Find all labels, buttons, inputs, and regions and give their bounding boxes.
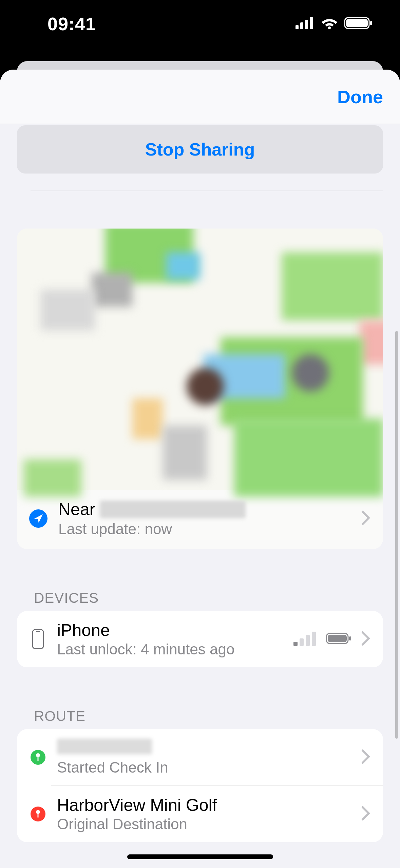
status-bar: 09:41: [0, 0, 400, 61]
sheet: Done Stop Sharing: [0, 70, 400, 868]
cellular-icon: [296, 17, 315, 31]
nav-bar: Done: [0, 70, 400, 124]
route-dest-title: HarborView Mini Golf: [57, 795, 350, 815]
route-start-sub: Started Check In: [57, 759, 350, 776]
scroll-indicator: [395, 331, 398, 739]
svg-rect-18: [38, 756, 39, 761]
content: Stop Sharing: [0, 125, 400, 868]
pin-start-icon: [31, 750, 45, 765]
stop-sharing-button[interactable]: Stop Sharing: [17, 125, 383, 174]
status-right: [296, 17, 373, 31]
location-arrow-icon: [29, 509, 47, 528]
route-start-title: [57, 739, 350, 758]
svg-rect-16: [349, 636, 351, 640]
device-sub: Last unlock: 4 minutes ago: [57, 641, 283, 658]
route-start-redacted: [57, 739, 152, 754]
iphone-icon: [29, 629, 47, 649]
route-header: ROUTE: [34, 708, 383, 724]
pin-destination-icon: [31, 807, 45, 821]
svg-rect-2: [305, 20, 308, 29]
svg-rect-12: [306, 635, 310, 646]
devices-header: DEVICES: [34, 590, 383, 606]
svg-rect-8: [33, 630, 43, 649]
home-indicator[interactable]: [127, 854, 273, 859]
chevron-right-icon: [361, 805, 371, 823]
battery-level-icon: [326, 632, 352, 646]
device-name: iPhone: [57, 620, 283, 640]
divider: [31, 191, 383, 191]
svg-point-4: [328, 26, 331, 29]
done-button[interactable]: Done: [337, 86, 383, 107]
svg-rect-9: [36, 631, 40, 632]
svg-rect-0: [296, 25, 299, 29]
devices-list: iPhone Last unlock: 4 minutes ago: [17, 611, 383, 667]
near-prefix: Near: [58, 500, 95, 519]
route-destination-row[interactable]: HarborView Mini Golf Original Destinatio…: [17, 786, 383, 842]
wifi-icon: [321, 17, 338, 31]
svg-rect-10: [293, 642, 298, 646]
route-list: Started Check In HarborView Mini Golf: [17, 729, 383, 842]
svg-rect-7: [370, 21, 372, 25]
map-card: Near Last update: now: [17, 229, 383, 549]
svg-rect-11: [300, 638, 304, 646]
map-preview[interactable]: [17, 229, 383, 490]
svg-rect-3: [310, 17, 313, 29]
svg-rect-6: [346, 19, 368, 27]
chevron-right-icon: [361, 748, 371, 766]
device-row[interactable]: iPhone Last unlock: 4 minutes ago: [17, 611, 383, 667]
device-status: [293, 630, 371, 648]
location-near-label: Near: [58, 500, 350, 519]
route-dest-sub: Original Destination: [57, 816, 350, 833]
svg-rect-15: [328, 635, 347, 642]
route-start-row[interactable]: Started Check In: [17, 729, 383, 785]
location-name-redacted: [100, 501, 246, 518]
svg-rect-20: [38, 813, 39, 818]
device-frame: 09:41 Done Stop Sharing: [0, 0, 400, 868]
chevron-right-icon: [361, 510, 371, 527]
signal-strength-icon: [293, 631, 317, 647]
svg-rect-13: [312, 632, 316, 646]
location-last-update: Last update: now: [58, 521, 350, 538]
location-row[interactable]: Near Last update: now: [17, 490, 383, 549]
battery-icon: [344, 17, 373, 31]
svg-rect-1: [300, 22, 303, 29]
chevron-right-icon: [361, 630, 371, 648]
status-time: 09:41: [47, 13, 96, 34]
